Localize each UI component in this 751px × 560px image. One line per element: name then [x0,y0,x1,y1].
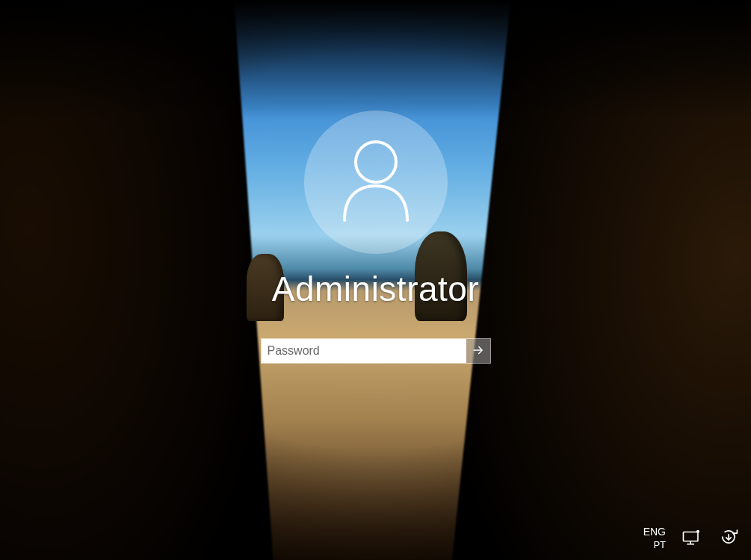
power-button[interactable] [717,526,741,550]
svg-rect-1 [683,532,698,541]
language-primary: ENG [643,526,666,539]
login-panel: Administrator [0,0,751,560]
svg-point-4 [696,530,699,533]
user-icon [340,140,412,225]
arrow-right-icon [472,343,485,359]
ease-of-access-icon [682,527,701,550]
ease-of-access-button[interactable] [679,526,703,550]
password-row [262,339,490,363]
username-label: Administrator [272,269,479,309]
language-switcher[interactable]: ENG PT [643,526,666,551]
language-secondary: PT [643,539,666,551]
user-avatar [304,111,448,254]
svg-point-0 [356,142,396,182]
power-update-icon [719,527,738,550]
submit-button[interactable] [466,339,490,363]
password-input[interactable] [262,339,466,363]
bottom-right-controls: ENG PT [643,526,741,551]
